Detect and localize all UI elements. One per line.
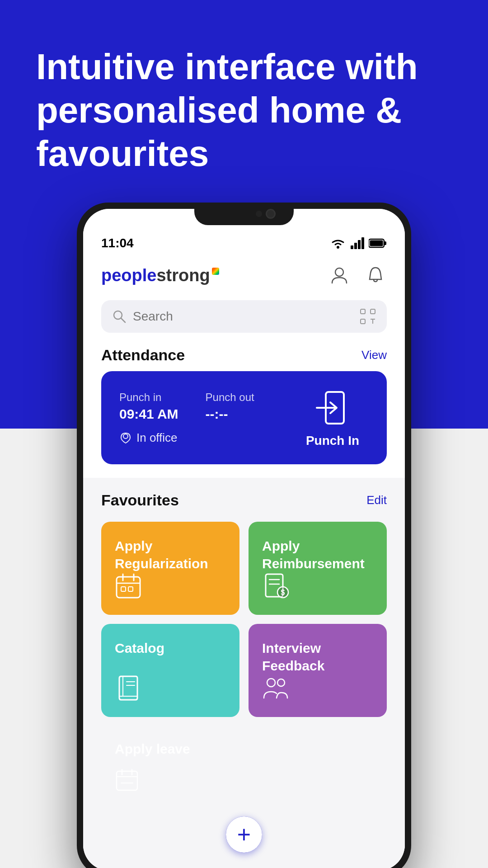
favourites-section: Favourites Edit Apply Regularization bbox=[83, 478, 405, 868]
catalog-title: Catalog bbox=[115, 639, 226, 657]
interview-title: Interview Feedback bbox=[262, 639, 373, 675]
favourites-partial-row: Apply leave bbox=[101, 726, 387, 807]
hero-section: Intuitive interface with personalised ho… bbox=[0, 0, 488, 203]
empty-card-slot bbox=[249, 726, 387, 807]
regularization-title: Apply Regularization bbox=[115, 537, 226, 572]
status-icons bbox=[330, 237, 387, 250]
battery-icon bbox=[369, 238, 387, 249]
svg-rect-6 bbox=[384, 241, 386, 245]
bell-icon bbox=[366, 266, 385, 285]
reimbursement-title: Apply Reimbursement bbox=[262, 537, 373, 572]
svg-rect-4 bbox=[361, 237, 364, 249]
profile-button[interactable] bbox=[328, 264, 351, 287]
logo: peoplestrong bbox=[101, 266, 219, 285]
attendance-location: In office bbox=[119, 431, 296, 445]
favourite-card-catalog[interactable]: Catalog bbox=[101, 624, 239, 717]
attendance-header: Attendance View bbox=[83, 342, 405, 371]
favourite-card-regularization[interactable]: Apply Regularization bbox=[101, 522, 239, 615]
attendance-card: Punch in 09:41 AM Punch out --:-- bbox=[101, 371, 387, 464]
punch-in-label-btn: Punch In bbox=[306, 434, 359, 448]
signal-icon bbox=[351, 237, 364, 249]
svg-rect-7 bbox=[370, 241, 383, 246]
top-bar: peoplestrong bbox=[83, 255, 405, 296]
phone-container: 11:04 bbox=[0, 203, 488, 868]
svg-point-34 bbox=[277, 679, 285, 686]
search-input[interactable] bbox=[133, 309, 353, 324]
svg-rect-13 bbox=[361, 319, 365, 324]
fab-area: + bbox=[101, 807, 387, 862]
svg-rect-12 bbox=[371, 309, 375, 314]
attendance-title: Attendance bbox=[101, 346, 185, 364]
top-icons bbox=[328, 264, 387, 287]
status-time: 11:04 bbox=[101, 236, 134, 250]
notification-button[interactable] bbox=[364, 264, 387, 287]
favourites-header: Favourites Edit bbox=[101, 491, 387, 509]
people-icon bbox=[262, 675, 373, 702]
logo-text: peoplestrong bbox=[101, 266, 219, 285]
svg-point-8 bbox=[335, 268, 343, 276]
svg-rect-11 bbox=[361, 309, 365, 314]
location-icon bbox=[119, 431, 132, 444]
phone-notch bbox=[194, 203, 294, 225]
svg-rect-35 bbox=[117, 771, 137, 790]
favourites-title: Favourites bbox=[101, 491, 179, 509]
punch-in-info: Punch in 09:41 AM bbox=[119, 391, 178, 422]
search-bar[interactable] bbox=[101, 300, 387, 333]
svg-line-10 bbox=[121, 318, 125, 322]
punch-in-icon bbox=[312, 387, 353, 428]
notch-camera bbox=[266, 209, 276, 219]
book-icon bbox=[115, 675, 226, 702]
punch-in-time: 09:41 AM bbox=[119, 406, 178, 422]
svg-rect-2 bbox=[354, 243, 357, 249]
attendance-info: Punch in 09:41 AM Punch out --:-- bbox=[119, 391, 296, 445]
svg-text:$: $ bbox=[281, 589, 285, 596]
svg-point-33 bbox=[267, 679, 275, 687]
favourites-grid: Apply Regularization bbox=[101, 522, 387, 717]
add-fab-button[interactable]: + bbox=[226, 816, 262, 853]
punch-in-button[interactable]: Punch In bbox=[296, 387, 369, 448]
svg-rect-21 bbox=[121, 587, 126, 591]
svg-point-16 bbox=[123, 434, 128, 439]
wifi-icon bbox=[330, 237, 346, 250]
app-content: peoplestrong bbox=[83, 255, 405, 868]
punch-out-label: Punch out bbox=[206, 391, 254, 404]
person-icon bbox=[330, 266, 349, 285]
notch-sensor bbox=[256, 211, 262, 217]
search-icon bbox=[112, 309, 127, 324]
svg-rect-1 bbox=[351, 245, 353, 249]
favourites-edit-button[interactable]: Edit bbox=[366, 493, 387, 507]
scan-icon bbox=[360, 308, 376, 325]
fab-icon: + bbox=[226, 816, 262, 853]
favourite-card-leave[interactable]: Apply leave bbox=[101, 726, 239, 807]
phone-screen: 11:04 bbox=[83, 209, 405, 868]
punch-out-info: Punch out --:-- bbox=[206, 391, 254, 422]
logo-accent-icon bbox=[212, 268, 219, 275]
calendar-icon bbox=[115, 572, 226, 599]
punch-in-label: Punch in bbox=[119, 391, 178, 404]
leave-icon bbox=[115, 768, 139, 792]
svg-rect-22 bbox=[128, 587, 133, 591]
favourite-card-reimbursement[interactable]: Apply Reimbursement $ bbox=[249, 522, 387, 615]
location-text: In office bbox=[136, 431, 178, 445]
phone-frame: 11:04 bbox=[77, 203, 411, 868]
hero-title: Intuitive interface with personalised ho… bbox=[36, 45, 452, 175]
punch-out-time: --:-- bbox=[206, 406, 254, 422]
leave-title: Apply leave bbox=[115, 741, 226, 757]
attendance-view-button[interactable]: View bbox=[361, 348, 387, 362]
svg-rect-3 bbox=[358, 240, 361, 249]
attendance-times: Punch in 09:41 AM Punch out --:-- bbox=[119, 391, 296, 422]
svg-point-0 bbox=[337, 246, 339, 249]
favourite-card-interview[interactable]: Interview Feedback bbox=[249, 624, 387, 717]
receipt-icon: $ bbox=[262, 572, 373, 599]
